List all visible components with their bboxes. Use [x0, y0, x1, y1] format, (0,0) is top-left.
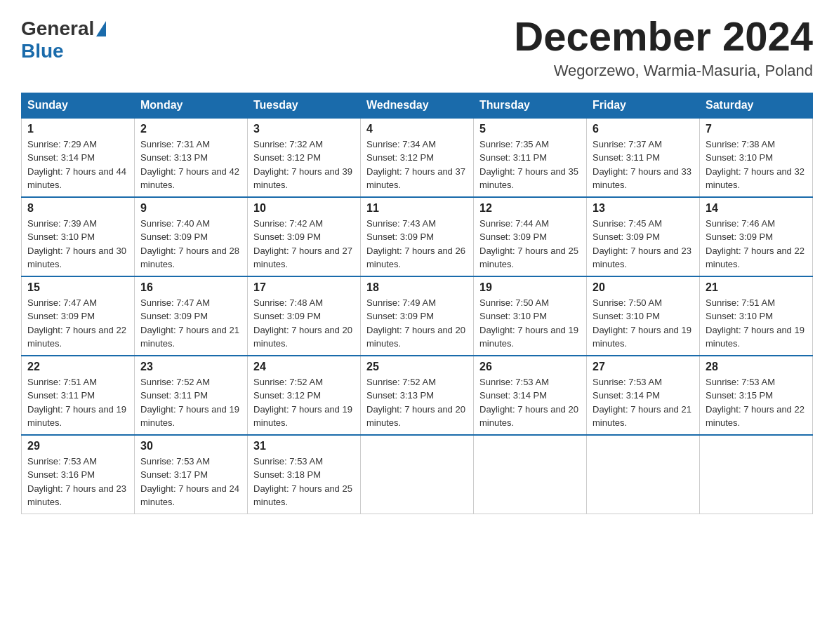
header-tuesday: Tuesday [248, 93, 361, 118]
calendar-week-row: 1Sunrise: 7:29 AMSunset: 3:14 PMDaylight… [22, 118, 813, 197]
day-info: Sunrise: 7:39 AMSunset: 3:10 PMDaylight:… [27, 217, 128, 271]
logo-blue-text: Blue [21, 40, 64, 62]
calendar-cell: 15Sunrise: 7:47 AMSunset: 3:09 PMDayligh… [22, 276, 135, 356]
calendar-cell: 26Sunrise: 7:53 AMSunset: 3:14 PMDayligh… [474, 356, 587, 435]
day-info: Sunrise: 7:50 AMSunset: 3:10 PMDaylight:… [593, 296, 694, 351]
calendar-header-row: SundayMondayTuesdayWednesdayThursdayFrid… [22, 93, 813, 118]
header-wednesday: Wednesday [361, 93, 474, 118]
calendar-cell: 8Sunrise: 7:39 AMSunset: 3:10 PMDaylight… [22, 197, 135, 276]
calendar-week-row: 22Sunrise: 7:51 AMSunset: 3:11 PMDayligh… [22, 356, 813, 435]
day-info: Sunrise: 7:38 AMSunset: 3:10 PMDaylight:… [706, 137, 807, 192]
page-header: General Blue December 2024 Wegorzewo, Wa… [21, 14, 813, 80]
day-number: 1 [27, 123, 128, 135]
calendar-cell: 21Sunrise: 7:51 AMSunset: 3:10 PMDayligh… [700, 276, 813, 356]
calendar-cell: 10Sunrise: 7:42 AMSunset: 3:09 PMDayligh… [248, 197, 361, 276]
day-info: Sunrise: 7:34 AMSunset: 3:12 PMDaylight:… [366, 137, 468, 192]
day-info: Sunrise: 7:52 AMSunset: 3:11 PMDaylight:… [140, 375, 241, 430]
day-number: 12 [479, 202, 581, 215]
day-info: Sunrise: 7:53 AMSunset: 3:17 PMDaylight:… [140, 455, 241, 509]
day-info: Sunrise: 7:53 AMSunset: 3:14 PMDaylight:… [593, 375, 694, 430]
calendar-cell: 20Sunrise: 7:50 AMSunset: 3:10 PMDayligh… [587, 276, 700, 356]
day-number: 19 [479, 281, 581, 294]
day-info: Sunrise: 7:53 AMSunset: 3:18 PMDaylight:… [253, 455, 355, 509]
calendar-week-row: 29Sunrise: 7:53 AMSunset: 3:16 PMDayligh… [22, 435, 813, 514]
logo-general-text: General [21, 18, 94, 40]
calendar-cell: 29Sunrise: 7:53 AMSunset: 3:16 PMDayligh… [22, 435, 135, 514]
day-number: 3 [253, 123, 355, 135]
calendar-cell: 7Sunrise: 7:38 AMSunset: 3:10 PMDaylight… [700, 118, 813, 197]
day-number: 24 [253, 361, 355, 373]
calendar-cell: 1Sunrise: 7:29 AMSunset: 3:14 PMDaylight… [22, 118, 135, 197]
day-number: 30 [140, 440, 241, 452]
day-number: 16 [140, 281, 241, 294]
calendar-cell: 22Sunrise: 7:51 AMSunset: 3:11 PMDayligh… [22, 356, 135, 435]
calendar-cell: 12Sunrise: 7:44 AMSunset: 3:09 PMDayligh… [474, 197, 587, 276]
day-number: 26 [479, 361, 581, 373]
day-info: Sunrise: 7:48 AMSunset: 3:09 PMDaylight:… [253, 296, 355, 351]
day-info: Sunrise: 7:51 AMSunset: 3:11 PMDaylight:… [27, 375, 128, 430]
calendar-cell: 27Sunrise: 7:53 AMSunset: 3:14 PMDayligh… [587, 356, 700, 435]
day-info: Sunrise: 7:43 AMSunset: 3:09 PMDaylight:… [366, 217, 468, 271]
day-number: 5 [479, 123, 581, 135]
day-number: 9 [140, 202, 241, 215]
calendar-cell: 3Sunrise: 7:32 AMSunset: 3:12 PMDaylight… [248, 118, 361, 197]
day-number: 17 [253, 281, 355, 294]
calendar-week-row: 15Sunrise: 7:47 AMSunset: 3:09 PMDayligh… [22, 276, 813, 356]
calendar-cell: 11Sunrise: 7:43 AMSunset: 3:09 PMDayligh… [361, 197, 474, 276]
day-number: 25 [366, 361, 468, 373]
day-number: 22 [27, 361, 128, 373]
header-thursday: Thursday [474, 93, 587, 118]
calendar-cell: 30Sunrise: 7:53 AMSunset: 3:17 PMDayligh… [135, 435, 248, 514]
day-number: 4 [366, 123, 468, 135]
calendar-table: SundayMondayTuesdayWednesdayThursdayFrid… [21, 93, 813, 514]
month-title: December 2024 [514, 14, 813, 59]
header-monday: Monday [135, 93, 248, 118]
header-sunday: Sunday [22, 93, 135, 118]
calendar-cell: 5Sunrise: 7:35 AMSunset: 3:11 PMDaylight… [474, 118, 587, 197]
day-number: 18 [366, 281, 468, 294]
day-number: 2 [140, 123, 241, 135]
calendar-cell: 24Sunrise: 7:52 AMSunset: 3:12 PMDayligh… [248, 356, 361, 435]
day-info: Sunrise: 7:42 AMSunset: 3:09 PMDaylight:… [253, 217, 355, 271]
logo: General Blue [21, 14, 107, 62]
day-info: Sunrise: 7:49 AMSunset: 3:09 PMDaylight:… [366, 296, 468, 351]
calendar-cell: 13Sunrise: 7:45 AMSunset: 3:09 PMDayligh… [587, 197, 700, 276]
day-number: 11 [366, 202, 468, 215]
day-info: Sunrise: 7:44 AMSunset: 3:09 PMDaylight:… [479, 217, 581, 271]
day-info: Sunrise: 7:47 AMSunset: 3:09 PMDaylight:… [27, 296, 128, 351]
header-saturday: Saturday [700, 93, 813, 118]
day-info: Sunrise: 7:52 AMSunset: 3:13 PMDaylight:… [366, 375, 468, 430]
location-subtitle: Wegorzewo, Warmia-Masuria, Poland [514, 62, 813, 80]
day-number: 8 [27, 202, 128, 215]
day-info: Sunrise: 7:53 AMSunset: 3:16 PMDaylight:… [27, 455, 128, 509]
calendar-cell: 2Sunrise: 7:31 AMSunset: 3:13 PMDaylight… [135, 118, 248, 197]
title-block: December 2024 Wegorzewo, Warmia-Masuria,… [514, 14, 813, 80]
calendar-cell: 23Sunrise: 7:52 AMSunset: 3:11 PMDayligh… [135, 356, 248, 435]
calendar-cell: 19Sunrise: 7:50 AMSunset: 3:10 PMDayligh… [474, 276, 587, 356]
day-number: 29 [27, 440, 128, 452]
calendar-cell: 4Sunrise: 7:34 AMSunset: 3:12 PMDaylight… [361, 118, 474, 197]
calendar-cell [361, 435, 474, 514]
day-info: Sunrise: 7:37 AMSunset: 3:11 PMDaylight:… [593, 137, 694, 192]
calendar-cell [700, 435, 813, 514]
day-number: 20 [593, 281, 694, 294]
calendar-cell: 16Sunrise: 7:47 AMSunset: 3:09 PMDayligh… [135, 276, 248, 356]
day-number: 27 [593, 361, 694, 373]
day-number: 13 [593, 202, 694, 215]
day-number: 23 [140, 361, 241, 373]
logo-triangle-icon [96, 21, 106, 36]
calendar-cell: 25Sunrise: 7:52 AMSunset: 3:13 PMDayligh… [361, 356, 474, 435]
day-number: 14 [706, 202, 807, 215]
day-info: Sunrise: 7:51 AMSunset: 3:10 PMDaylight:… [706, 296, 807, 351]
day-info: Sunrise: 7:52 AMSunset: 3:12 PMDaylight:… [253, 375, 355, 430]
day-info: Sunrise: 7:53 AMSunset: 3:14 PMDaylight:… [479, 375, 581, 430]
header-friday: Friday [587, 93, 700, 118]
day-info: Sunrise: 7:32 AMSunset: 3:12 PMDaylight:… [253, 137, 355, 192]
day-info: Sunrise: 7:31 AMSunset: 3:13 PMDaylight:… [140, 137, 241, 192]
day-info: Sunrise: 7:29 AMSunset: 3:14 PMDaylight:… [27, 137, 128, 192]
calendar-cell [587, 435, 700, 514]
day-number: 15 [27, 281, 128, 294]
day-number: 31 [253, 440, 355, 452]
calendar-cell: 18Sunrise: 7:49 AMSunset: 3:09 PMDayligh… [361, 276, 474, 356]
day-info: Sunrise: 7:46 AMSunset: 3:09 PMDaylight:… [706, 217, 807, 271]
